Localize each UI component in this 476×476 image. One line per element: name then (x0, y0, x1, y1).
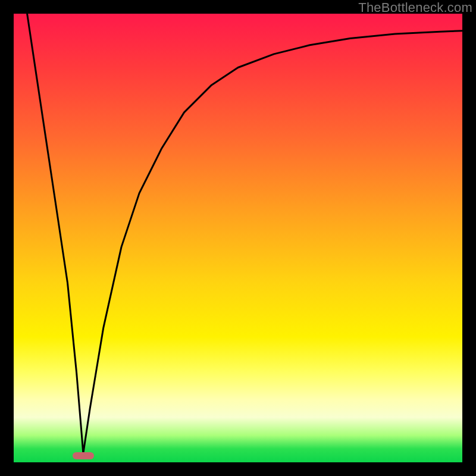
curve-svg (14, 14, 462, 462)
chart-frame: TheBottleneck.com (0, 0, 476, 476)
minimum-marker (73, 452, 94, 459)
plot-area (14, 14, 462, 462)
bottleneck-curve (27, 14, 462, 453)
